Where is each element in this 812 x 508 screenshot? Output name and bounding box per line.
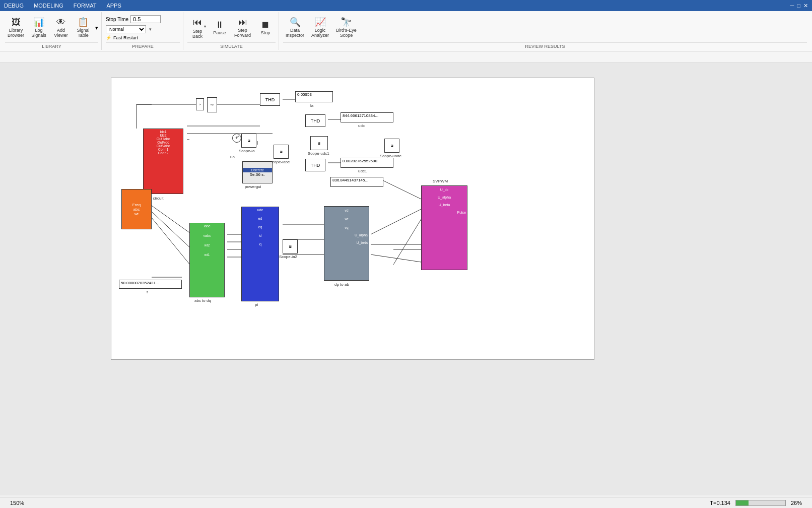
- dropdown-arrow[interactable]: ▾: [149, 27, 152, 32]
- ribbon-section-simulate: ⏮ ▾ StepBack ⏸ Pause ⏭ StepForward ⏹ Sto…: [184, 12, 279, 50]
- ribbon-section-library: 🖼 LibraryBrowser 📊 LogSignals 👁 AddViewe…: [2, 12, 102, 50]
- scope-udc1-label: Scope-udc1: [308, 151, 329, 156]
- signal-table-icon: 📋: [78, 18, 89, 27]
- ua-label: ua: [230, 155, 235, 159]
- dp-to-ab-block[interactable]: vd wt vq U_alpha U_beta: [324, 206, 369, 281]
- step-back-button[interactable]: ⏮ ▾ StepBack: [187, 16, 208, 40]
- log-signals-icon: 📊: [33, 18, 44, 27]
- svg-line-18: [152, 218, 192, 267]
- logic-analyzer-icon: 📈: [315, 18, 326, 27]
- logic-analyzer-button[interactable]: 📈 LogicAnalyzer: [309, 16, 331, 39]
- scope-ia2-label: Scope-ia2: [279, 255, 297, 259]
- value-ia-box: 0.05953: [295, 91, 333, 102]
- demux-block[interactable]: =>: [207, 97, 217, 112]
- step-forward-button[interactable]: ⏭ StepForward: [232, 16, 253, 39]
- menu-apps[interactable]: APPS: [106, 3, 121, 9]
- thd1-block[interactable]: THD: [260, 93, 280, 106]
- value-udc1-label: udc1: [358, 169, 367, 173]
- fast-restart-button[interactable]: Fast Restart: [113, 35, 138, 40]
- svg-line-12: [393, 219, 421, 265]
- svg-line-16: [152, 206, 192, 234]
- pause-button[interactable]: ⏸ Pause: [210, 19, 230, 37]
- signal-table-label: SignalTable: [77, 28, 90, 38]
- library-browser-button[interactable]: 🖼 LibraryBrowser: [5, 16, 27, 39]
- stop-time-input[interactable]: [130, 15, 161, 23]
- add-viewer-icon: 👁: [56, 18, 65, 27]
- menu-debug[interactable]: DEBUG: [4, 3, 24, 9]
- value-udc-label: udc: [358, 123, 365, 128]
- value-f-box: 50.0000070352431...: [119, 280, 182, 289]
- scope-ia-label: Scope-ia: [239, 149, 255, 153]
- window-close[interactable]: ✕: [803, 3, 808, 9]
- scope-ia-block[interactable]: 🖥: [241, 134, 256, 148]
- sum-label: +v: [236, 135, 240, 138]
- library-browser-label: LibraryBrowser: [8, 28, 24, 38]
- ribbon-section-review: 🔍 DataInspector 📈 LogicAnalyzer 🔭 Bird's…: [280, 12, 810, 50]
- status-left: 150%: [10, 500, 24, 506]
- value-svpwm-box: 836.84491437145...: [330, 177, 383, 187]
- main-circuit-block[interactable]: Idc1 Idc2 Out Iabc OutVdc OutVabc Conn1 …: [143, 129, 183, 194]
- value-udc-box: 844.66612710834...: [341, 112, 393, 122]
- ribbon-section-prepare: Stop Time Normal Accelerator ▾ ⚡ Fast Re…: [103, 12, 183, 50]
- add-viewer-label: AddViewer: [54, 28, 67, 38]
- value-udc1-box: 0.80282762552500...: [341, 158, 393, 168]
- mux-block[interactable]: >: [196, 98, 204, 110]
- zoom-level: 150%: [10, 500, 24, 506]
- status-right: T=0.134 26%: [710, 500, 802, 506]
- step-back-icon: ⏮: [193, 17, 202, 27]
- step-forward-icon: ⏭: [238, 18, 247, 27]
- svpwm-label: SVPWM: [433, 179, 448, 183]
- review-section-label: REVIEW RESULTS: [283, 42, 807, 49]
- simulation-time: T=0.134: [710, 500, 730, 506]
- section-expand-arrow[interactable]: ▾: [95, 25, 98, 31]
- log-signals-button[interactable]: 📊 LogSignals: [29, 16, 49, 39]
- svg-line-17: [152, 212, 192, 249]
- library-browser-icon: 🖼: [12, 18, 21, 27]
- status-bar: 150% T=0.134 26%: [0, 497, 812, 508]
- progress-fill: [736, 500, 749, 505]
- pi-block[interactable]: udc ed eq id iq: [241, 207, 279, 301]
- powergui-block[interactable]: Discrete 5e-06 s.: [242, 161, 273, 183]
- pi-label: pi: [255, 302, 258, 307]
- data-inspector-button[interactable]: 🔍 DataInspector: [283, 16, 307, 39]
- canvas-area[interactable]: Idc1 Idc2 Out Iabc OutVdc OutVabc Conn1 …: [0, 62, 812, 495]
- svpwm-block[interactable]: U_dc U_alpha U_beta Pulse: [421, 185, 467, 270]
- stop-button[interactable]: ⏹ Stop: [255, 19, 276, 37]
- birds-eye-scope-icon: 🔭: [341, 18, 352, 27]
- abc-to-dq-block[interactable]: iabc vabc wt2 wt1: [189, 223, 225, 297]
- library-section-label: LIBRARY: [5, 42, 98, 49]
- value-f-label: f: [147, 290, 148, 294]
- birds-eye-scope-button[interactable]: 🔭 Bird's-EyeScope: [333, 16, 359, 39]
- powergui-label: powergui: [245, 184, 261, 189]
- svg-line-26: [371, 209, 421, 234]
- scope-ia2-block[interactable]: 🖥: [283, 239, 298, 253]
- menu-bar: DEBUG MODELING FORMAT APPS ─ □ ✕: [0, 0, 812, 11]
- signal-table-button[interactable]: 📋 SignalTable: [73, 16, 93, 39]
- window-restore[interactable]: □: [797, 3, 800, 9]
- progress-bar: [735, 500, 786, 506]
- data-inspector-icon: 🔍: [290, 18, 301, 27]
- value-ia-label: la: [310, 103, 313, 108]
- orange-block[interactable]: Freq abc wt: [121, 189, 152, 229]
- step-back-dropdown[interactable]: ▾: [204, 24, 206, 29]
- diagram-canvas[interactable]: Idc1 Idc2 Out Iabc OutVdc OutVabc Conn1 …: [111, 78, 594, 360]
- scope-udc1-block[interactable]: 🖥: [310, 136, 328, 150]
- scope-uadc-block[interactable]: 🖥: [384, 139, 399, 153]
- stop-time-label: Stop Time: [106, 17, 128, 22]
- scope-iabc-block[interactable]: 🖥: [274, 145, 289, 159]
- scope-uadc-label: Scope-uadc: [380, 154, 401, 158]
- window-minimize[interactable]: ─: [790, 3, 794, 9]
- log-signals-label: LogSignals: [31, 28, 46, 38]
- dp-to-ab-label: dp to ab: [334, 282, 349, 287]
- thd3-block[interactable]: THD: [305, 159, 325, 171]
- svg-line-28: [371, 255, 421, 262]
- menu-format[interactable]: FORMAT: [74, 3, 97, 9]
- thd2-block[interactable]: THD: [305, 114, 325, 127]
- simulation-mode-select[interactable]: Normal Accelerator: [106, 25, 146, 33]
- add-viewer-button[interactable]: 👁 AddViewer: [51, 16, 71, 39]
- menu-modeling[interactable]: MODELING: [34, 3, 63, 9]
- simulate-section-label: SIMULATE: [187, 42, 276, 49]
- prepare-section-label: PREPARE: [106, 42, 180, 49]
- fast-restart-icon: ⚡: [106, 35, 111, 40]
- abc-to-dq-label: abc to dq: [194, 298, 211, 303]
